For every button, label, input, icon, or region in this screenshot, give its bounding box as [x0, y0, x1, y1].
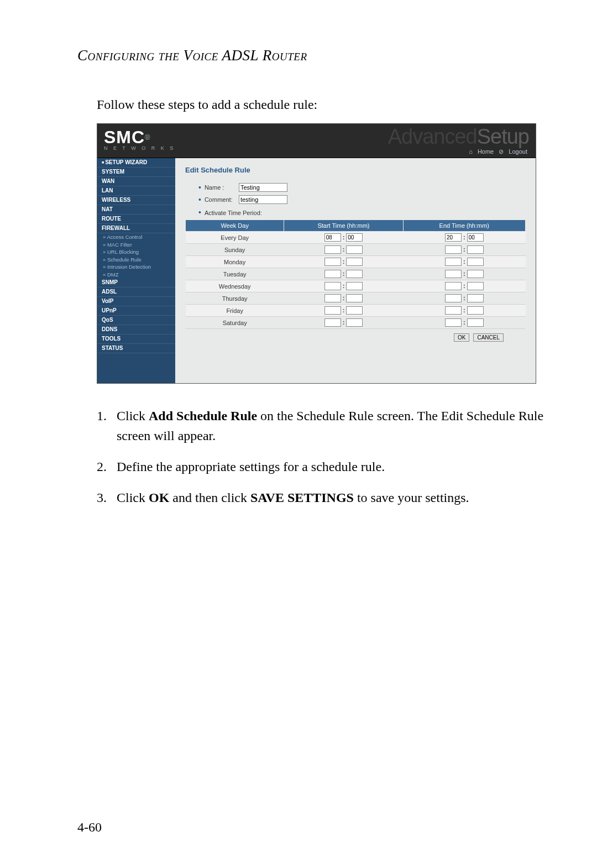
end-hh-7[interactable]: [445, 318, 462, 327]
nav-ddns[interactable]: DDNS: [97, 325, 175, 334]
nav-wan[interactable]: WAN: [97, 177, 175, 186]
start-mm-2[interactable]: [346, 258, 363, 266]
end-mm-3[interactable]: [467, 270, 484, 278]
end-mm-7[interactable]: [467, 318, 484, 327]
col-end: End Time (hh:mm): [403, 220, 525, 232]
nav-adsl[interactable]: ADSL: [97, 287, 175, 297]
nav-snmp[interactable]: SNMP: [97, 278, 175, 287]
nav-upnp[interactable]: UPnP: [97, 306, 175, 316]
intro-text: Follow these steps to add a schedule rul…: [97, 97, 544, 112]
smc-logo: SMC® N E T W O R K S: [104, 127, 175, 151]
table-row: Saturday : :: [186, 317, 526, 329]
table-row: Sunday : :: [186, 244, 526, 256]
ss-header: SMC® N E T W O R K S AdvancedSetup ⌂ Hom…: [97, 124, 536, 158]
day-cell: Friday: [186, 305, 284, 317]
table-row: Monday : :: [186, 256, 526, 268]
col-start: Start Time (hh:mm): [284, 220, 403, 232]
nav-setup-wizard[interactable]: SETUP WIZARD: [97, 158, 175, 168]
instruction-list: 1. Click Add Schedule Rule on the Schedu…: [97, 406, 544, 508]
start-hh-5[interactable]: [324, 294, 341, 302]
nav-tools[interactable]: TOOLS: [97, 334, 175, 344]
end-hh-1[interactable]: [445, 245, 462, 254]
start-hh-0[interactable]: [324, 233, 341, 242]
nav-dmz[interactable]: DMZ: [97, 271, 175, 279]
end-hh-0[interactable]: [445, 233, 462, 242]
name-input[interactable]: [239, 183, 287, 192]
name-row: • Name :: [198, 183, 526, 192]
day-cell: Saturday: [186, 317, 284, 329]
logo-reg: ®: [145, 133, 150, 142]
day-cell: Monday: [186, 256, 284, 268]
start-mm-4[interactable]: [346, 282, 363, 290]
nav-intrusion[interactable]: Intrusion Detection: [97, 263, 175, 271]
logout-link[interactable]: ⊘ Logout: [499, 148, 527, 155]
comment-input[interactable]: [239, 195, 287, 204]
start-hh-2[interactable]: [324, 258, 341, 266]
end-mm-4[interactable]: [467, 282, 484, 290]
start-mm-0[interactable]: [346, 233, 363, 242]
logo-sub: N E T W O R K S: [104, 145, 175, 151]
start-hh-4[interactable]: [324, 282, 341, 290]
nav-system[interactable]: SYSTEM: [97, 168, 175, 177]
end-hh-6[interactable]: [445, 306, 462, 315]
step-1: 1. Click Add Schedule Rule on the Schedu…: [97, 406, 544, 446]
comment-label: Comment:: [205, 196, 239, 203]
table-row: Thursday : :: [186, 292, 526, 305]
start-mm-1[interactable]: [346, 245, 363, 254]
nav-schedule-rule[interactable]: Schedule Rule: [97, 256, 175, 264]
start-hh-6[interactable]: [324, 306, 341, 315]
nav-lan[interactable]: LAN: [97, 186, 175, 196]
nav-wireless[interactable]: WIRELESS: [97, 196, 175, 205]
nav-route[interactable]: ROUTE: [97, 215, 175, 224]
end-mm-5[interactable]: [467, 294, 484, 302]
end-mm-0[interactable]: [467, 233, 484, 242]
top-links: ⌂ Home ⊘ Logout: [465, 148, 527, 155]
nav-access-control[interactable]: Access Control: [97, 233, 175, 241]
start-mm-7[interactable]: [346, 318, 363, 327]
banner-text: AdvancedSetup: [388, 125, 529, 149]
sidebar: SETUP WIZARD SYSTEM WAN LAN WIRELESS NAT…: [97, 158, 175, 383]
end-hh-3[interactable]: [445, 270, 462, 278]
table-row: Friday : :: [186, 305, 526, 317]
nav-status[interactable]: STATUS: [97, 344, 175, 353]
router-screenshot: SMC® N E T W O R K S AdvancedSetup ⌂ Hom…: [97, 123, 536, 384]
col-weekday: Week Day: [186, 220, 284, 232]
name-label: Name :: [205, 184, 239, 191]
nav-nat[interactable]: NAT: [97, 205, 175, 215]
nav-voip[interactable]: VoIP: [97, 297, 175, 306]
button-row: OK CANCEL: [185, 333, 526, 342]
table-row: Every Day : :: [186, 232, 526, 244]
comment-row: • Comment:: [198, 195, 526, 204]
day-cell: Tuesday: [186, 268, 284, 280]
step-3: 3. Click OK and then click SAVE SETTINGS…: [97, 488, 544, 508]
day-cell: Every Day: [186, 232, 284, 244]
nav-mac-filter[interactable]: MAC Filter: [97, 241, 175, 249]
day-cell: Sunday: [186, 244, 284, 256]
end-hh-4[interactable]: [445, 282, 462, 290]
start-hh-3[interactable]: [324, 270, 341, 278]
ok-button[interactable]: OK: [454, 333, 469, 342]
schedule-table: Week Day Start Time (hh:mm) End Time (hh…: [185, 219, 526, 329]
logo-brand: SMC: [104, 127, 145, 147]
start-mm-5[interactable]: [346, 294, 363, 302]
cancel-button[interactable]: CANCEL: [473, 333, 504, 342]
start-mm-3[interactable]: [346, 270, 363, 278]
end-mm-2[interactable]: [467, 258, 484, 266]
end-mm-6[interactable]: [467, 306, 484, 315]
nav-qos[interactable]: QoS: [97, 316, 175, 325]
end-hh-2[interactable]: [445, 258, 462, 266]
nav-firewall[interactable]: FIREWALL: [97, 224, 175, 233]
end-mm-1[interactable]: [467, 245, 484, 254]
home-link[interactable]: ⌂ Home: [469, 148, 494, 155]
start-mm-6[interactable]: [346, 306, 363, 315]
step-2: 2. Define the appropriate settings for a…: [97, 457, 544, 477]
day-cell: Wednesday: [186, 280, 284, 292]
start-hh-7[interactable]: [324, 318, 341, 327]
start-hh-1[interactable]: [324, 245, 341, 254]
activate-label: •Activate Time Period:: [198, 210, 526, 216]
table-row: Tuesday : :: [186, 268, 526, 280]
page-number: 4-60: [77, 820, 102, 835]
end-hh-5[interactable]: [445, 294, 462, 302]
chapter-title: Configuring the Voice ADSL Router: [77, 47, 544, 64]
nav-url-blocking[interactable]: URL Blocking: [97, 248, 175, 256]
